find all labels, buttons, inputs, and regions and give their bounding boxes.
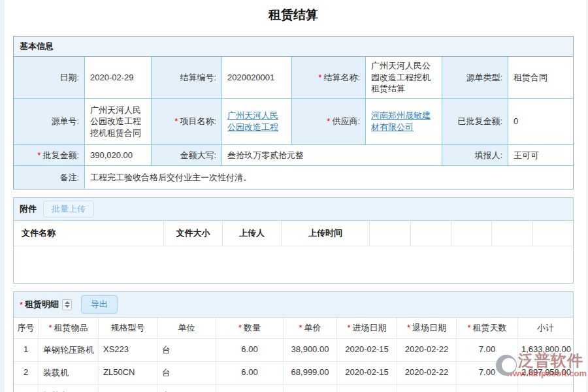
attachments-table-body-empty <box>14 246 573 283</box>
col-price-text: 单价 <box>304 323 321 333</box>
col-enter-date: *进场日期 <box>337 318 397 339</box>
col-exit-date: *退场日期 <box>397 318 457 339</box>
attachments-header: 附件 批量上传 <box>14 198 573 221</box>
required-star: * <box>20 300 23 310</box>
cell-item: 装载机 <box>39 362 99 385</box>
cell-price: 398,990.00 <box>284 385 337 392</box>
amount-words-label: 金额大写: <box>152 145 222 166</box>
basic-info-title: 基本信息 <box>20 41 54 52</box>
rental-details-panel: * 租赁明细 导出 序号 *租赁物品 规格型号 单位 *数量 *单价 *进场日期… <box>13 291 574 392</box>
col-item-text: 租赁物品 <box>54 323 88 333</box>
approved-total-label: 已批复金额: <box>442 99 508 145</box>
batch-upload-button[interactable]: 批量上传 <box>43 201 94 218</box>
supplier-label: * 供应商: <box>292 99 366 145</box>
cell-enter-date: 2020-02-15 <box>337 362 397 385</box>
cell-qty: 6.00 <box>216 362 284 385</box>
rental-details-title: 租赁明细 <box>25 299 59 310</box>
cell-exit-date: 2020-02-22 <box>397 339 457 362</box>
basic-info-panel: 基本信息 日期: 2020-02-29 结算编号: 2020020001 * 结… <box>13 36 574 189</box>
export-button[interactable]: 导出 <box>81 295 118 314</box>
cell-seq: 1 <box>14 339 39 362</box>
basic-info-header: 基本信息 <box>14 37 573 57</box>
cell-days: 7.00 <box>457 362 518 385</box>
sort-down-arrow-icon <box>65 305 70 308</box>
required-star: * <box>318 72 321 84</box>
col-upload-time: 上传时间 <box>282 221 370 246</box>
remark-value: 工程完工验收合格后交付业主一次性付清。 <box>85 166 573 189</box>
date-value: 2020-02-29 <box>85 57 152 99</box>
col-spec: 规格型号 <box>99 318 157 339</box>
required-star: * <box>174 116 178 127</box>
required-star: * <box>299 323 302 333</box>
source-type-value: 租赁合同 <box>508 57 573 99</box>
cell-qty: 6.00 <box>216 339 284 362</box>
col-days: *租赁天数 <box>457 318 518 339</box>
required-star: * <box>238 323 242 333</box>
required-star: * <box>327 116 330 127</box>
cell-item: 振捣车 <box>39 385 99 392</box>
project-link[interactable]: 广州天河人民公园改造工程 <box>227 110 286 133</box>
cell-seq: 2 <box>14 362 39 385</box>
required-star: * <box>347 323 350 333</box>
project-label: * 项目名称: <box>152 99 222 145</box>
supplier-label-text: 供应商: <box>332 116 360 127</box>
required-star: * <box>467 323 470 333</box>
cell-exit-date: 2020-02-22 <box>397 362 457 385</box>
cell-subtotal: 1,633,800.00 <box>518 339 573 362</box>
col-enter-date-text: 进场日期 <box>353 323 387 333</box>
source-no-label: 源单号: <box>14 99 85 145</box>
cell-price: 68,999.00 <box>284 362 337 385</box>
cell-spec: XS223 <box>99 339 157 362</box>
cell-unit: 台 <box>157 385 216 392</box>
attachments-panel: 附件 批量上传 文件名称 文件大小 上传人 上传时间 <box>13 197 574 284</box>
cell-price: 38,900.00 <box>284 339 337 362</box>
col-empty <box>370 221 411 246</box>
sort-up-arrow-icon <box>65 301 70 304</box>
cell-subtotal: 8,378,790.00 <box>518 385 573 392</box>
source-no-value: 广州天河人民公园改造工程挖机租赁合同 <box>85 99 152 145</box>
cell-spec: ZL50CN <box>99 362 157 385</box>
col-seq: 序号 <box>14 318 39 339</box>
approve-amount-label-text: 批复金额: <box>42 150 79 161</box>
col-exit-date-text: 退场日期 <box>412 323 446 333</box>
project-value: 广州天河人民公园改造工程 <box>222 99 292 145</box>
filler-value: 王可可 <box>508 145 573 166</box>
rental-details-table: 序号 *租赁物品 规格型号 单位 *数量 *单价 *进场日期 *退场日期 *租赁… <box>14 318 573 392</box>
required-star: * <box>407 323 410 333</box>
attachments-title: 附件 <box>20 203 37 215</box>
sort-toggle-icon[interactable] <box>62 299 72 310</box>
cell-unit: 台 <box>157 362 216 385</box>
col-empty <box>533 221 573 246</box>
col-qty: *数量 <box>216 318 284 339</box>
cell-qty: 3.00 <box>216 385 284 392</box>
source-type-label: 源单类型: <box>442 57 508 99</box>
cell-seq: 3 <box>14 385 39 392</box>
col-empty <box>411 221 451 246</box>
approved-total-value: 0 <box>508 99 573 145</box>
project-label-text: 项目名称: <box>180 116 216 127</box>
attachments-table-header: 文件名称 文件大小 上传人 上传时间 <box>14 221 573 246</box>
filler-label: 填报人: <box>442 145 508 166</box>
col-file-size: 文件大小 <box>164 221 223 246</box>
col-uploader: 上传人 <box>223 221 282 246</box>
cell-item: 单钢轮压路机 <box>39 339 99 362</box>
amount-words-value: 叁拾玖万零贰拾元整 <box>222 145 442 166</box>
settle-name-label-text: 结算名称: <box>323 72 360 84</box>
supplier-link[interactable]: 河南郑州晟敏建材有限公司 <box>371 110 436 133</box>
settle-name-value: 广州天河人民公园改造工程挖机租赁结算 <box>366 57 442 99</box>
cell-spec: ZDC414 <box>99 385 157 392</box>
col-price: *单价 <box>284 318 337 339</box>
cell-days: 7.00 <box>457 385 518 392</box>
cell-days: 7.00 <box>457 339 518 362</box>
settle-no-label: 结算编号: <box>152 57 222 99</box>
col-empty <box>451 221 492 246</box>
col-subtotal: 小计 <box>518 318 573 339</box>
basic-info-grid: 日期: 2020-02-29 结算编号: 2020020001 * 结算名称: … <box>14 57 573 189</box>
rental-settlement-page: 租赁结算 基本信息 日期: 2020-02-29 结算编号: 202002000… <box>0 0 588 392</box>
cell-exit-date: 2020-02-22 <box>397 385 457 392</box>
cell-enter-date: 2020-02-15 <box>337 385 397 392</box>
settle-name-label: * 结算名称: <box>292 57 366 99</box>
col-empty <box>492 221 533 246</box>
approve-amount-value: 390,020.00 <box>85 145 152 166</box>
col-unit: 单位 <box>157 318 216 339</box>
